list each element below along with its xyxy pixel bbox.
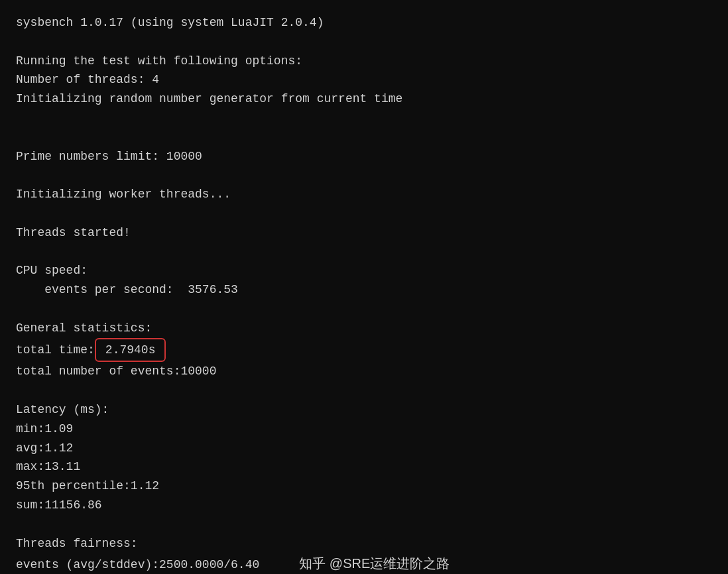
avg-value: 1.12 — [44, 439, 73, 458]
line-init-worker: Initializing worker threads... — [16, 185, 712, 204]
events-fairness-row: events (avg/stddev): 2500.0000/6.40 知乎 @… — [16, 553, 712, 574]
max-row: max: 13.11 — [16, 457, 712, 477]
empty-1 — [16, 32, 712, 52]
empty-7 — [16, 300, 712, 319]
min-row: min: 1.09 — [16, 420, 712, 439]
max-value: 13.11 — [44, 457, 80, 477]
events-fairness-value: 2500.0000/6.40 — [159, 555, 259, 574]
empty-3 — [16, 128, 712, 147]
sum-label: sum: — [16, 496, 44, 515]
max-label: max: — [16, 457, 44, 477]
empty-2 — [16, 109, 712, 128]
empty-9 — [16, 515, 712, 534]
empty-5 — [16, 204, 712, 223]
line-latency: Latency (ms): — [16, 400, 712, 420]
empty-4 — [16, 166, 712, 185]
watermark: 知乎 @SRE运维进阶之路 — [299, 553, 450, 574]
line-running: Running the test with following options: — [16, 52, 712, 71]
avg-label: avg: — [16, 439, 44, 458]
percentile-value: 1.12 — [131, 477, 159, 496]
sum-value: 11156.86 — [44, 496, 101, 515]
min-label: min: — [16, 420, 44, 439]
total-events-row: total number of events: 10000 — [16, 362, 712, 381]
total-events-value: 10000 — [180, 362, 216, 381]
min-value: 1.09 — [44, 420, 73, 439]
terminal-container: sysbench 1.0.17 (using system LuaJIT 2.0… — [16, 13, 712, 574]
line-threads-fairness: Threads fairness: — [16, 534, 712, 553]
empty-6 — [16, 243, 712, 262]
total-time-value: 2.7940s — [95, 338, 166, 363]
percentile-label: 95th percentile: — [16, 477, 131, 496]
line-events-per-second: events per second: 3576.53 — [16, 280, 712, 300]
line-general-stats: General statistics: — [16, 319, 712, 338]
line-cpu-speed: CPU speed: — [16, 261, 712, 280]
percentile-row: 95th percentile: 1.12 — [16, 477, 712, 496]
sum-row: sum: 11156.86 — [16, 496, 712, 515]
line-threads: Number of threads: 4 — [16, 70, 712, 89]
empty-8 — [16, 381, 712, 400]
line-init-random: Initializing random number generator fro… — [16, 89, 712, 109]
total-time-label: total time: — [16, 341, 95, 360]
events-fairness-label: events (avg/stddev): — [16, 555, 159, 574]
total-time-row: total time: 2.7940s — [16, 338, 712, 363]
line-sysbench: sysbench 1.0.17 (using system LuaJIT 2.0… — [16, 13, 712, 32]
line-prime: Prime numbers limit: 10000 — [16, 147, 712, 166]
avg-row: avg: 1.12 — [16, 439, 712, 458]
total-events-label: total number of events: — [16, 362, 180, 381]
line-threads-started: Threads started! — [16, 223, 712, 243]
